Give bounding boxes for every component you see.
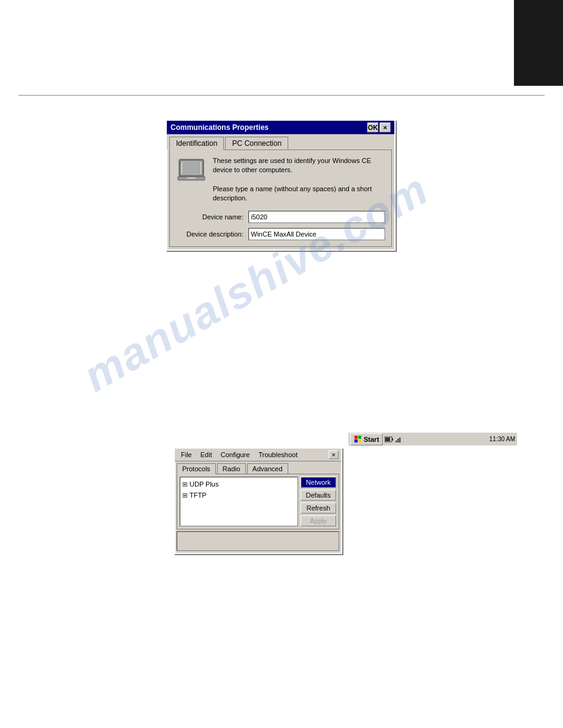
start-label: Start [364,436,379,443]
device-description-label: Device description: [176,230,243,238]
taskbar: Start 11:30 AM [348,432,517,446]
comm-dialog-content: These settings are used to identify your… [169,150,392,247]
refresh-button[interactable]: Refresh [301,502,336,514]
svg-rect-5 [180,162,181,163]
communications-properties-dialog: Communications Properties OK × Identific… [166,119,396,251]
svg-rect-16 [399,438,400,442]
svg-rect-14 [396,441,397,442]
menu-file[interactable]: File [177,450,196,460]
protocol-name-1: TFTP [190,490,207,501]
comm-close-button[interactable]: × [380,123,391,132]
net-lower-area [177,531,339,551]
net-dialog-close-button[interactable]: × [329,450,339,459]
list-item: ⊞ UDP Plus [182,479,296,490]
tab-identification[interactable]: Identification [169,137,224,150]
svg-rect-10 [358,439,361,442]
device-name-input[interactable] [248,211,385,223]
menu-troubleshoot[interactable]: Troubleshoot [255,450,301,460]
start-button[interactable]: Start [350,433,383,446]
comm-dialog-tabs: Identification PC Connection [167,134,394,150]
protocol-name-0: UDP Plus [190,479,218,490]
laptop-icon [176,156,207,184]
comm-ok-button[interactable]: OK [367,123,378,132]
svg-rect-9 [354,439,358,442]
svg-rect-18 [403,436,404,442]
list-item: ⊞ TFTP [182,490,296,501]
comm-content-top: These settings are used to identify your… [176,156,385,203]
net-dialog-buttons: Network Defaults Refresh Apply [301,477,336,526]
top-rule [18,95,545,96]
network-dialog: File Edit Configure Troubleshoot × Proto… [174,447,342,554]
svg-rect-13 [385,438,390,441]
start-icon [354,435,362,444]
svg-rect-4 [187,177,196,179]
taskbar-middle [385,436,488,442]
comm-dialog-titlebar-buttons: OK × [367,123,391,132]
comm-desc-line2: Please type a name (without any spaces) … [213,184,385,203]
tab-radio[interactable]: Radio [217,463,246,474]
comm-desc-line1: These settings are used to identify your… [213,156,385,175]
tab-advanced[interactable]: Advanced [247,463,288,474]
menu-edit[interactable]: Edit [197,450,216,460]
battery-icon [385,436,393,442]
menu-configure[interactable]: Configure [217,450,254,460]
protocol-prefix-1: ⊞ [182,490,188,501]
comm-dialog-titlebar: Communications Properties OK × [167,121,394,134]
taskbar-time: 11:30 AM [489,436,515,442]
svg-rect-7 [354,436,358,439]
net-dialog-body: ⊞ UDP Plus ⊞ TFTP Network Defaults Refre… [177,474,339,529]
protocols-list[interactable]: ⊞ UDP Plus ⊞ TFTP [180,477,298,526]
svg-rect-15 [397,439,399,442]
device-description-input[interactable] [248,228,385,240]
tab-protocols[interactable]: Protocols [177,463,216,474]
svg-rect-8 [358,436,361,439]
svg-rect-2 [182,162,201,174]
tab-pc-connection[interactable]: PC Connection [225,137,288,150]
defaults-button[interactable]: Defaults [301,490,336,501]
svg-rect-12 [392,438,393,441]
device-name-row: Device name: [176,211,385,223]
net-dialog-menubar: File Edit Configure Troubleshoot × [175,449,341,461]
comm-dialog-title: Communications Properties [170,123,367,132]
comm-description: These settings are used to identify your… [213,156,385,203]
device-description-row: Device description: [176,228,385,240]
net-dialog-tabs: Protocols Radio Advanced [175,461,341,474]
apply-button[interactable]: Apply [301,515,336,526]
corner-decoration [514,0,563,86]
device-name-label: Device name: [176,213,243,221]
protocol-prefix-0: ⊞ [182,479,188,490]
comm-fields: Device name: Device description: [176,211,385,240]
taskbar-tray: 11:30 AM [489,436,515,442]
network-button[interactable]: Network [301,477,336,488]
signal-icon [396,436,404,442]
svg-rect-17 [401,436,402,442]
